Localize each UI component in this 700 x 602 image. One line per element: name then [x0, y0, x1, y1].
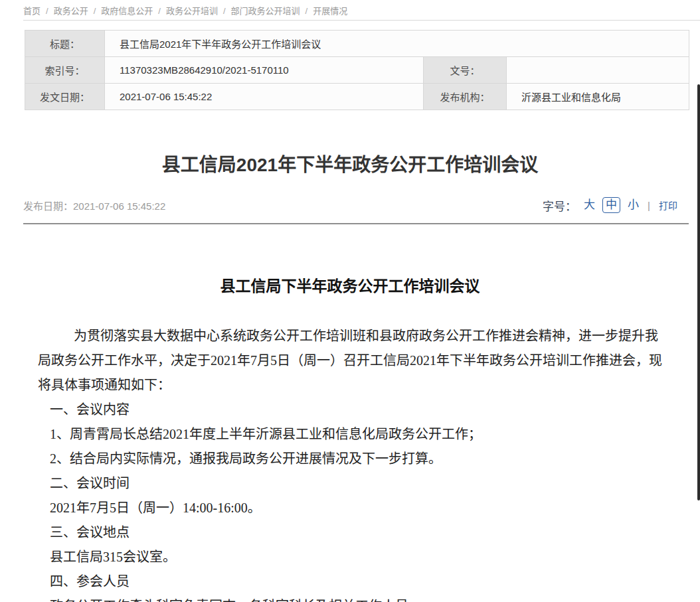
article-line-section-1: 一、会议内容 — [38, 398, 662, 422]
meta-row-date: 发文日期： 2021-07-06 15:45:22 发布机构： 沂源县工业和信息… — [25, 84, 689, 110]
article-line-section-3: 三、会议地点 — [38, 520, 662, 545]
breadcrumb-divider — [23, 20, 700, 21]
article-heading: 县工信局下半年政务公开工作培训会议 — [38, 273, 662, 296]
meta-date-value: 2021-07-06 15:45:22 — [105, 84, 424, 110]
meta-title-label: 标题： — [25, 31, 105, 57]
document-meta-table: 标题： 县工信局2021年下半年政务公开工作培训会议 索引号： 11370323… — [25, 30, 689, 110]
divider: | — [648, 200, 650, 211]
font-size-label: 字号： — [543, 197, 576, 214]
breadcrumb-item-peixun[interactable]: 政务公开培训 — [166, 6, 218, 16]
page-title: 县工信局2021年下半年政务公开工作培训会议 — [0, 150, 700, 177]
article-paragraph: 为贯彻落实县大数据中心系统政务公开工作培训班和县政府政务公开工作推进会精神，进一… — [38, 324, 662, 398]
breadcrumb-separator: / — [223, 6, 226, 16]
breadcrumb: 首页/政务公开/政府信息公开/政务公开培训/部门政务公开培训/开展情况 — [23, 4, 347, 17]
meta-row-title: 标题： 县工信局2021年下半年政务公开工作培训会议 — [25, 31, 689, 57]
article-line-section-4: 四、参会人员 — [38, 569, 662, 594]
article-line-section-2: 二、会议时间 — [38, 471, 662, 496]
breadcrumb-item-xinxigongkai[interactable]: 政府信息公开 — [101, 6, 153, 16]
breadcrumb-separator: / — [94, 6, 96, 16]
font-size-controls: 字号： 大 中 小 | 打印 — [543, 197, 677, 214]
publish-date: 发布日期：2021-07-06 15:45:22 — [23, 198, 165, 212]
breadcrumb-item-kaizhan[interactable]: 开展情况 — [313, 6, 347, 16]
scrollbar-thumb[interactable] — [697, 84, 700, 500]
publish-info-bar: 发布日期：2021-07-06 15:45:22 字号： 大 中 小 | 打印 — [23, 196, 677, 214]
meta-index-label: 索引号： — [25, 57, 105, 84]
meta-agency-label: 发布机构： — [424, 84, 507, 110]
meta-row-index: 索引号： 11370323MB28642910/2021-5170110 文号： — [25, 57, 689, 84]
breadcrumb-separator: / — [306, 6, 308, 16]
meta-docnum-label: 文号： — [424, 57, 507, 84]
breadcrumb-item-bumen-peixun[interactable]: 部门政务公开培训 — [231, 6, 300, 16]
meta-index-value: 11370323MB28642910/2021-5170110 — [105, 57, 424, 84]
article-line-item-1: 1、周青霄局长总结2021年度上半年沂源县工业和信息化局政务公开工作； — [38, 422, 662, 447]
page: 首页/政务公开/政府信息公开/政务公开培训/部门政务公开培训/开展情况 标题： … — [0, 0, 700, 602]
font-size-large-button[interactable]: 大 — [581, 198, 598, 212]
breadcrumb-separator: / — [46, 6, 48, 16]
article-line-item-2: 2、结合局内实际情况，通报我局政务公开进展情况及下一步打算。 — [38, 447, 662, 471]
content-divider — [23, 223, 689, 224]
breadcrumb-item-zhengwugongkai[interactable]: 政务公开 — [54, 6, 88, 16]
meta-agency-value: 沂源县工业和信息化局 — [507, 84, 689, 110]
meta-docnum-value — [507, 57, 689, 84]
meta-title-value: 县工信局2021年下半年政务公开工作培训会议 — [105, 31, 689, 57]
print-button[interactable]: 打印 — [659, 198, 677, 212]
meta-date-label: 发文日期： — [25, 84, 105, 110]
breadcrumb-item-home[interactable]: 首页 — [23, 6, 41, 16]
font-size-small-button[interactable]: 小 — [625, 198, 642, 212]
article-body: 县工信局下半年政务公开工作培训会议 为贯彻落实县大数据中心系统政务公开工作培训班… — [38, 239, 662, 602]
article-line-meeting-place: 县工信局315会议室。 — [38, 545, 662, 569]
font-size-medium-button[interactable]: 中 — [602, 197, 620, 213]
article-line-meeting-time: 2021年7月5日（周一）14:00-16:00。 — [38, 496, 662, 520]
breadcrumb-separator: / — [158, 6, 161, 16]
article-line-attendees: 政务公开工作牵头科室负责同志，各科室科长及相关工作人员。 — [38, 594, 662, 602]
